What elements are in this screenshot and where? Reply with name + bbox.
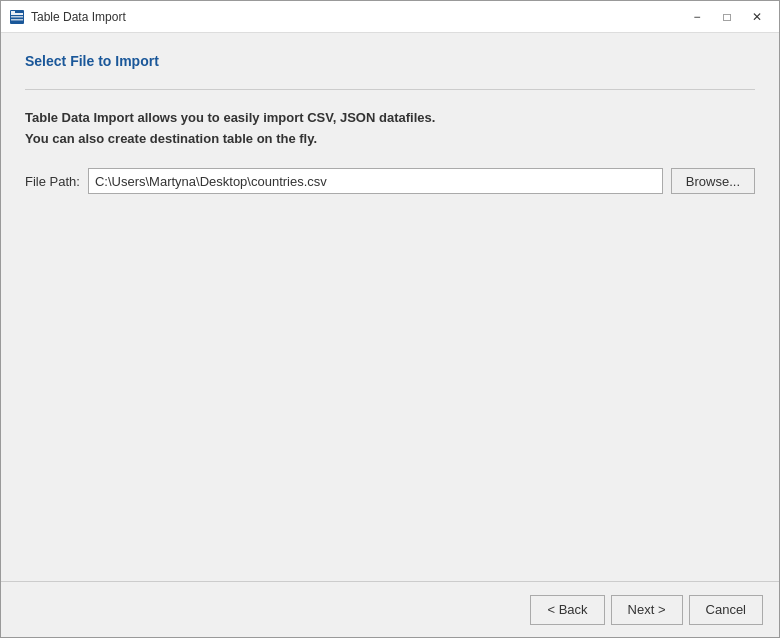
app-icon [9,9,25,25]
footer: < Back Next > Cancel [1,581,779,637]
close-button[interactable]: ✕ [743,5,771,29]
next-button[interactable]: Next > [611,595,683,625]
svg-rect-1 [11,13,23,15]
back-button[interactable]: < Back [530,595,604,625]
section-title: Select File to Import [25,53,755,69]
window-title: Table Data Import [31,10,683,24]
description-line1: Table Data Import allows you to easily i… [25,110,755,125]
file-path-input[interactable] [88,168,663,194]
main-window: Table Data Import − □ ✕ Select File to I… [0,0,780,638]
spacer [25,194,755,561]
title-bar: Table Data Import − □ ✕ [1,1,779,33]
svg-rect-4 [11,11,15,13]
browse-button[interactable]: Browse... [671,168,755,194]
svg-rect-3 [11,19,23,21]
description-line2: You can also create destination table on… [25,131,755,146]
window-controls: − □ ✕ [683,5,771,29]
divider [25,89,755,90]
maximize-button[interactable]: □ [713,5,741,29]
content-area: Select File to Import Table Data Import … [1,33,779,581]
cancel-button[interactable]: Cancel [689,595,763,625]
file-path-label: File Path: [25,174,80,189]
file-path-row: File Path: Browse... [25,168,755,194]
svg-rect-2 [11,16,23,18]
minimize-button[interactable]: − [683,5,711,29]
